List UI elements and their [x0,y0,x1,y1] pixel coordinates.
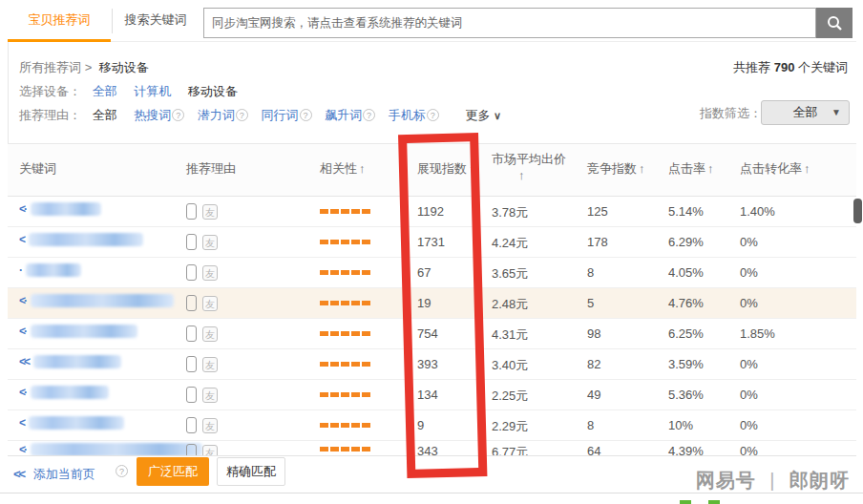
sort-asc-icon: ↑ [359,161,366,176]
relevance-bars [320,209,370,214]
breadcrumb-current: 移动设备 [99,60,149,74]
table-header: 关键词 推荐理由 相关性↑ 展现指数↑ 市场平均出价↑ 竞争指数↑ 点击率↑ 点… [8,144,856,196]
exact-match-button[interactable]: 精确匹配 [217,457,285,486]
impression-index: 19 [417,296,431,310]
redacted-keyword [31,202,101,216]
tab-item-recommend[interactable]: 宝贝推荐词 [8,0,111,39]
impression-index: 1192 [417,204,444,219]
sort-asc-icon: ↑ [804,161,810,176]
reason-badge-icon: 友 [202,357,218,372]
reason-option-mobile-tag[interactable]: 手机标 [389,108,426,122]
help-icon[interactable]: ? [427,109,439,121]
avg-price: 4.31元 [492,326,528,344]
avg-price: 3.78元 [492,204,528,221]
col-header-avg-price[interactable]: 市场平均出价↑ [492,151,574,183]
help-icon[interactable]: ? [363,109,375,121]
col-header-competition[interactable]: 竞争指数↑ [587,160,645,178]
redacted-keyword [31,443,202,456]
device-filter-label: 选择设备： [19,84,81,98]
reason-badge-icon: 友 [202,418,218,433]
impression-index: 134 [417,388,438,402]
breadcrumb-parent[interactable]: 所有推荐词 [19,60,81,74]
col-header-impression[interactable]: 展现指数↑ [417,160,475,178]
watermark-separator: | [769,470,775,491]
competition-index: 8 [587,265,594,280]
avg-price: 2.25元 [492,388,528,405]
mobile-tag-icon [186,295,197,311]
device-option-mobile-selected[interactable]: 移动设备 [188,84,238,98]
col-header-relevance[interactable]: 相关性↑ [320,160,366,178]
keyword-marker: <· [19,202,26,216]
help-icon[interactable]: ? [116,465,128,477]
relevance-bars [320,270,370,275]
col-header-reason: 推荐理由 [186,160,236,178]
index-filter-dropdown[interactable]: 全部 ▼ [761,100,850,125]
more-filters-link[interactable]: 更多 ∨ [465,108,501,122]
device-option-all[interactable]: 全部 [93,84,117,98]
broad-match-button[interactable]: 广泛匹配 [137,457,209,486]
table-row[interactable]: << 友 393 3.40元 82 3.59% 0% [8,349,856,380]
vertical-scrollbar-thumb[interactable] [853,199,862,223]
redacted-keyword [31,294,174,307]
double-chevron-left-icon: << [13,467,24,481]
reason-option-potential[interactable]: 潜力词 [198,108,235,122]
sort-asc-icon: ↑ [518,167,574,183]
click-rate: 3.59% [668,357,704,371]
table-row[interactable]: < 友 1731 4.24元 178 6.29% 0% [8,227,856,258]
competition-index: 178 [587,235,608,249]
relevance-bars [320,301,370,305]
dropdown-caret-icon: ▼ [831,101,841,124]
search-button[interactable] [816,8,852,38]
relevance-bars [320,423,370,428]
competition-index: 98 [587,326,600,341]
table-row-clipped[interactable]: <· 友 343 6.77元 64 4.39% 0% [8,441,856,455]
conversion-rate: 0% [740,388,758,402]
keyword-marker: · [19,263,21,277]
reason-badge-icon: 友 [202,265,218,281]
avg-price: 4.24元 [492,235,528,252]
impression-index: 754 [417,326,438,341]
table-row[interactable]: <· 友 1192 3.78元 125 5.14% 1.40% [8,197,856,227]
bottom-artifact [708,500,720,504]
relevance-bars [320,331,370,336]
table-row[interactable]: <· 友 754 4.31元 98 6.25% 1.85% [8,319,856,349]
reason-badge-icon: 友 [202,296,218,311]
help-icon[interactable]: ? [300,109,312,121]
click-rate: 10% [668,418,693,432]
col-header-keyword: 关键词 [19,160,56,178]
device-filter-row: 选择设备： 全部 计算机 移动设备 [19,83,251,100]
index-filter-value: 全部 [793,105,818,119]
sort-asc-icon: ↑ [469,161,475,176]
reason-badge-icon: 友 [202,235,218,250]
device-option-pc[interactable]: 计算机 [134,84,171,98]
mobile-tag-icon [186,326,197,342]
reason-option-peer[interactable]: 同行词 [262,108,299,122]
table-row[interactable]: < 友 9 2.29元 8 10% 0% [8,410,856,441]
impression-index: 9 [417,418,424,432]
redacted-keyword [31,386,109,399]
search-input[interactable]: 同步淘宝网搜索，请点击查看系统推荐的关键词 [203,8,816,38]
help-icon[interactable]: ? [172,109,184,121]
table-row[interactable]: · 友 67 3.65元 8 4.05% 0% [8,258,856,288]
col-header-ctr[interactable]: 点击率↑ [668,160,714,178]
keyword-tool-window: 宝贝推荐词 搜索关键词 同步淘宝网搜索，请点击查看系统推荐的关键词 所有推荐词 … [0,0,863,504]
reason-option-rising[interactable]: 飙升词 [325,108,362,122]
tab-divider [112,9,113,33]
table-row[interactable]: <· 友 134 2.25元 49 5.36% 0% [8,380,856,410]
help-icon[interactable]: ? [236,109,248,121]
mobile-tag-icon [186,203,197,220]
watermark: 网易号 | 郎朗呀 [696,468,850,494]
reason-option-all-selected[interactable]: 全部 [93,108,117,122]
competition-index: 8 [587,418,594,432]
mobile-tag-icon [186,264,197,281]
competition-index: 125 [587,204,608,219]
competition-index: 49 [587,388,600,402]
index-filter-label: 指数筛选： [700,105,762,122]
tab-search-keyword[interactable]: 搜索关键词 [122,0,189,39]
reason-filter-label: 推荐理由： [19,108,81,122]
add-current-page-link[interactable]: << 添加当前页 [13,466,95,483]
col-header-cvr[interactable]: 点击转化率↑ [740,160,810,178]
keyword-marker: <· [19,294,26,307]
reason-option-hot[interactable]: 热搜词 [134,108,171,122]
table-row-highlighted[interactable]: <· 友 19 2.48元 5 4.76% 0% [8,288,856,319]
